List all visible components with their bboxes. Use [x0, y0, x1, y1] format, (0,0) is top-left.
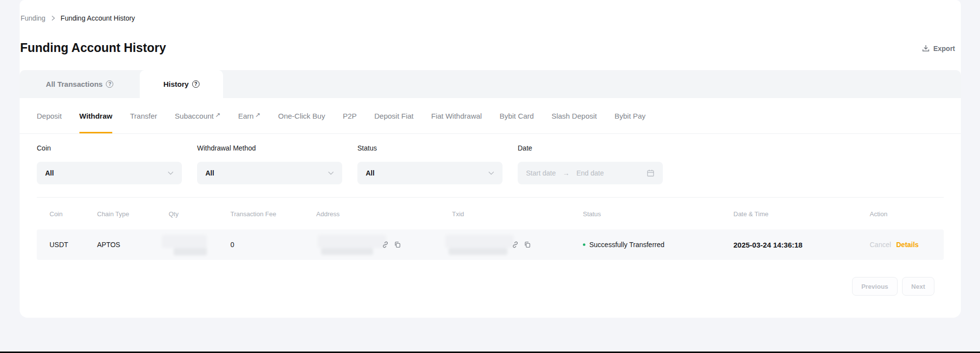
subtab-slash-deposit[interactable]: Slash Deposit	[552, 98, 597, 133]
col-header-chain-type: Chain Type	[97, 210, 129, 217]
col-header-date-time: Date & Time	[733, 210, 769, 217]
redacted-address	[318, 229, 386, 260]
address-icons	[381, 241, 402, 249]
date-range-arrow-icon: →	[563, 169, 570, 177]
subtab-transfer[interactable]: Transfer	[130, 98, 157, 133]
cell-transaction-fee: 0	[230, 241, 234, 249]
cancel-action[interactable]: Cancel	[870, 241, 891, 249]
previous-page-button[interactable]: Previous	[852, 277, 898, 296]
subtab-label: One-Click Buy	[278, 112, 325, 120]
calendar-icon[interactable]	[647, 169, 654, 177]
subtab-label: Fiat Withdrawal	[431, 112, 482, 120]
address-copy-icon[interactable]	[394, 241, 402, 249]
tab-all-transactions[interactable]: All Transactions ?	[20, 70, 140, 98]
pagination: Previous Next	[852, 277, 934, 296]
subtab-label: Deposit Fiat	[374, 112, 413, 120]
txid-link-icon[interactable]	[511, 241, 519, 249]
subtab-one-click-buy[interactable]: One-Click Buy	[278, 98, 325, 133]
table-header-row: Coin Chain Type Qty Transaction Fee Addr…	[37, 198, 944, 229]
subtab-label: Earn	[238, 112, 254, 120]
download-icon	[922, 44, 930, 52]
subtab-label: Bybit Pay	[614, 112, 645, 120]
cell-chain-type: APTOS	[97, 241, 120, 249]
tab-all-transactions-label: All Transactions	[46, 80, 103, 88]
status-select-value: All	[366, 169, 375, 177]
end-date-placeholder: End date	[577, 169, 604, 177]
subtab-p2p[interactable]: P2P	[343, 98, 356, 133]
filter-bar: Coin All Withdrawal Method All	[37, 144, 663, 184]
details-action[interactable]: Details	[896, 241, 919, 249]
cell-status: Successfully Transferred	[589, 241, 664, 249]
status-select[interactable]: All	[357, 162, 503, 184]
subtab-deposit-fiat[interactable]: Deposit Fiat	[374, 98, 413, 133]
tab-history-label: History	[163, 80, 189, 88]
external-link-icon: ↗	[215, 111, 221, 119]
redacted-qty	[162, 229, 207, 260]
export-button[interactable]: Export	[922, 44, 955, 52]
subtab-deposit[interactable]: Deposit	[37, 98, 62, 133]
page-background: Funding Funding Account History Funding …	[0, 0, 980, 352]
col-header-transaction-fee: Transaction Fee	[230, 210, 276, 217]
status-filter: Status All	[357, 144, 503, 184]
status-filter-label: Status	[357, 144, 503, 153]
content-card: Funding Funding Account History Funding …	[20, 0, 961, 318]
subtab-fiat-withdrawal[interactable]: Fiat Withdrawal	[431, 98, 482, 133]
page-title: Funding Account History	[20, 41, 166, 55]
subtab-bybit-pay[interactable]: Bybit Pay	[614, 98, 645, 133]
subtab-bybit-card[interactable]: Bybit Card	[500, 98, 534, 133]
export-label: Export	[933, 45, 955, 52]
coin-filter-label: Coin	[37, 144, 182, 153]
withdrawal-method-value: All	[205, 169, 214, 177]
date-range-input[interactable]: Start date → End date	[518, 162, 663, 184]
subtab-label: Transfer	[130, 112, 157, 120]
chevron-down-icon	[488, 171, 494, 175]
tab-history[interactable]: History ?	[140, 70, 223, 98]
breadcrumb-current: Funding Account History	[61, 14, 135, 22]
breadcrumb-chevron-icon	[51, 15, 55, 21]
help-icon[interactable]: ?	[106, 80, 113, 88]
breadcrumb: Funding Funding Account History	[21, 14, 135, 22]
col-header-txid: Txid	[452, 210, 464, 217]
top-tab-bar: All Transactions ? History ?	[20, 70, 961, 98]
redacted-txid	[445, 229, 514, 260]
txid-icons	[511, 241, 531, 249]
withdrawal-method-select[interactable]: All	[197, 162, 342, 184]
cell-date-time: 2025-03-24 14:36:18	[733, 241, 803, 249]
cell-coin: USDT	[50, 241, 68, 249]
col-header-coin: Coin	[50, 210, 63, 217]
help-icon[interactable]: ?	[192, 80, 200, 88]
status-dot-icon	[583, 244, 585, 246]
table-row: USDT APTOS 0	[37, 229, 944, 260]
coin-select-value: All	[45, 169, 54, 177]
subtab-label: Deposit	[37, 112, 62, 120]
external-link-icon: ↗	[255, 111, 260, 119]
subtab-label: Bybit Card	[500, 112, 534, 120]
subtab-label: P2P	[343, 112, 356, 120]
subtab-divider	[20, 133, 961, 134]
subtab-subaccount[interactable]: Subaccount↗	[175, 98, 221, 133]
col-header-status: Status	[583, 210, 601, 217]
subtab-label: Slash Deposit	[552, 112, 597, 120]
subtab-earn[interactable]: Earn↗	[238, 98, 261, 133]
withdrawal-method-filter: Withdrawal Method All	[197, 144, 342, 184]
col-header-qty: Qty	[169, 210, 178, 217]
subtab-bar: Deposit Withdraw Transfer Subaccount↗ Ea…	[37, 98, 646, 133]
next-page-button[interactable]: Next	[902, 277, 934, 296]
start-date-placeholder: Start date	[526, 169, 556, 177]
date-filter-label: Date	[518, 144, 663, 153]
coin-select[interactable]: All	[37, 162, 182, 184]
txid-copy-icon[interactable]	[524, 241, 531, 249]
breadcrumb-link-funding[interactable]: Funding	[21, 14, 46, 22]
coin-filter: Coin All	[37, 144, 182, 184]
col-header-address: Address	[316, 210, 340, 217]
chevron-down-icon	[168, 171, 174, 175]
chevron-down-icon	[328, 171, 334, 175]
withdrawal-method-label: Withdrawal Method	[197, 144, 342, 153]
subtab-label: Withdraw	[79, 112, 112, 120]
address-link-icon[interactable]	[381, 241, 389, 249]
subtab-label: Subaccount	[175, 112, 214, 120]
date-filter: Date Start date → End date	[518, 144, 663, 184]
subtab-withdraw[interactable]: Withdraw	[79, 98, 112, 133]
col-header-action: Action	[870, 210, 887, 217]
